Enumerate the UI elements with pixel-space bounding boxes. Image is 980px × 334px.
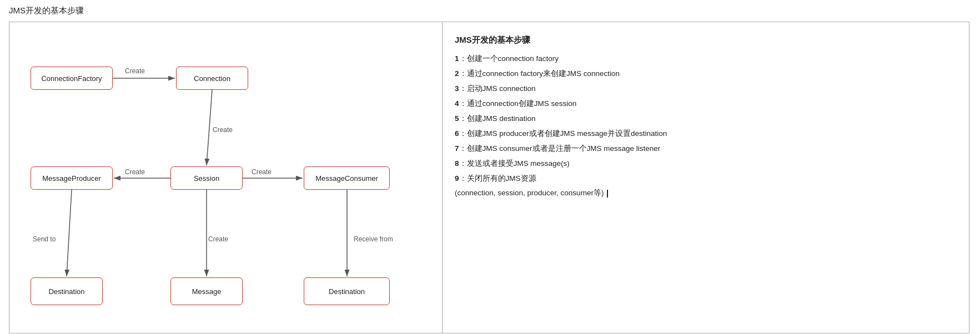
diagram-area: ConnectionFactory Connection MessageProd… [21, 33, 431, 322]
text-cursor [607, 190, 608, 198]
svg-text:Create: Create [252, 168, 272, 176]
list-item: 7：创建JMS consumer或者是注册一个JMS message liste… [455, 142, 957, 156]
node-messageconsumer: MessageConsumer [304, 166, 390, 190]
note-text: (connection, session, producer, consumer… [455, 186, 957, 200]
svg-line-11 [67, 190, 72, 276]
main-container: ConnectionFactory Connection MessageProd… [9, 22, 969, 333]
list-item: 8：发送或者接受JMS message(s) [455, 157, 957, 171]
list-item: 4：通过connection创建JMS session [455, 97, 957, 111]
list-item: 1：创建一个connection factory [455, 52, 957, 66]
node-session: Session [170, 166, 243, 190]
node-connection: Connection [176, 67, 248, 90]
svg-text:Create: Create [208, 235, 228, 243]
svg-line-3 [207, 90, 212, 165]
step-list: 1：创建一个connection factory 2：通过connection … [455, 52, 957, 186]
svg-text:Receive from: Receive from [354, 235, 393, 243]
list-item: 6：创建JMS producer或者创建JMS message并设置destin… [455, 127, 957, 141]
list-item: 2：通过connection factory来创建JMS connection [455, 67, 957, 81]
svg-text:Send to: Send to [33, 235, 56, 243]
node-message: Message [170, 277, 243, 305]
diagram-panel: ConnectionFactory Connection MessageProd… [9, 22, 443, 333]
node-connectionfactory: ConnectionFactory [31, 67, 113, 90]
node-destination1: Destination [31, 277, 103, 305]
list-item: 5：创建JMS destination [455, 112, 957, 126]
list-item: 9：关闭所有的JMS资源 [455, 172, 957, 186]
text-panel: JMS开发的基本步骤 1：创建一个connection factory 2：通过… [443, 22, 969, 333]
node-destination2: Destination [304, 277, 390, 305]
svg-text:Create: Create [213, 126, 233, 134]
svg-text:Create: Create [125, 168, 145, 176]
svg-text:Create: Create [125, 67, 145, 75]
list-item: 3：启动JMS connection [455, 82, 957, 96]
node-messageproducer: MessageProducer [31, 166, 113, 190]
page-title: JMS开发的基本步骤 [9, 6, 971, 16]
panel-title: JMS开发的基本步骤 [455, 32, 957, 48]
